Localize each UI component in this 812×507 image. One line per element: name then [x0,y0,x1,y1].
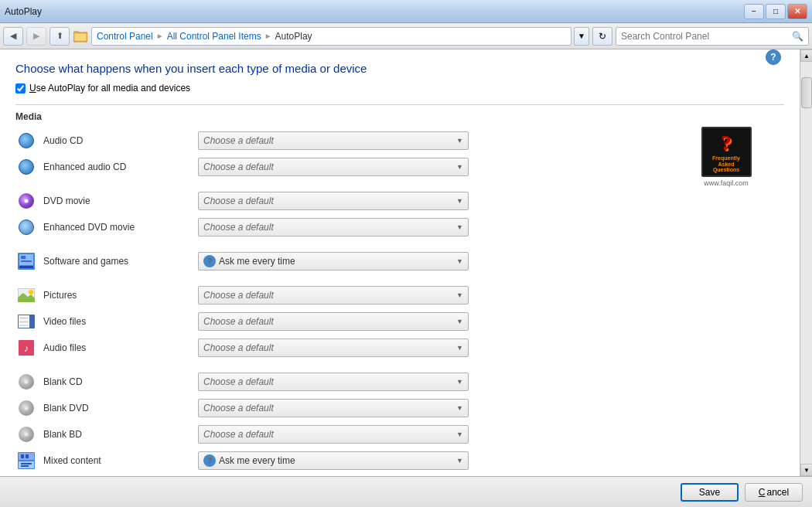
mixed-label: Mixed content [43,455,198,466]
svg-rect-22 [21,454,24,458]
audio-files-arrow: ▼ [456,344,463,352]
blank-dvd-value: Choose a default [203,403,274,413]
scroll-up-button[interactable]: ▲ [800,49,812,62]
refresh-button[interactable]: ↻ [592,27,612,46]
breadcrumb-autoplay: AutoPlay [275,31,312,42]
blank-bd-select[interactable]: Choose a default ▼ [198,425,469,444]
page-content: ? Choose what happens when you insert ea… [0,49,800,476]
spacer-1 [15,182,784,190]
software-icon [15,250,37,272]
forward-button[interactable]: ▶ [26,27,46,46]
breadcrumb-bar[interactable]: Control Panel ► All Control Panel Items … [91,27,571,46]
spacer-2 [15,243,784,250]
audio-cd-arrow: ▼ [456,137,463,145]
address-bar: ◀ ▶ ⬆ Control Panel ► All Control Panel … [0,23,812,49]
svg-rect-2 [74,33,87,41]
search-input[interactable] [621,31,789,42]
enhanced-audio-cd-value: Choose a default [203,162,274,172]
breadcrumb-all-items[interactable]: All Control Panel Items [167,31,261,42]
blank-dvd-select[interactable]: Choose a default ▼ [198,399,469,417]
save-button[interactable]: Save [681,483,739,502]
blank-cd-icon [15,371,37,393]
ask-icon-software: ? [203,255,216,267]
audio-cd-label: Audio CD [43,135,198,146]
bottom-bar: Save Cancel [0,476,812,507]
enhanced-dvd-label: Enhanced DVD movie [43,222,198,233]
search-icon: 🔍 [792,31,803,42]
pictures-icon [15,284,37,306]
blank-cd-value: Choose a default [203,376,274,387]
faq-lines: Frequently Asked Questions [712,155,740,173]
help-button[interactable]: ? [766,49,781,65]
close-button[interactable]: ✕ [787,4,807,19]
content-wrapper: ? Choose what happens when you insert ea… [0,49,812,476]
cancel-button[interactable]: Cancel [745,483,803,502]
video-arrow: ▼ [456,318,463,325]
blank-cd-select[interactable]: Choose a default ▼ [198,373,469,391]
restore-button[interactable]: □ [766,4,786,19]
search-box[interactable]: 🔍 [616,27,809,46]
audio-files-select[interactable]: Choose a default ▼ [198,339,469,357]
enhanced-dvd-value: Choose a default [203,222,274,233]
enhanced-dvd-icon [15,216,37,238]
audio-cd-value: Choose a default [203,135,274,146]
enhanced-dvd-arrow: ▼ [456,223,463,231]
scroll-track-area[interactable] [800,109,812,464]
faq-line-1: Frequently [712,155,740,162]
scrollbar[interactable]: ▲ ▼ [800,49,812,476]
faq-box[interactable]: ? Frequently Asked Questions www.faqil.c… [684,127,769,187]
media-row-blank-cd: Blank CD Choose a default ▼ [15,371,784,393]
software-value: ?Ask me every time [203,255,295,267]
breadcrumb-sep-2: ► [264,32,272,40]
pictures-arrow: ▼ [456,291,463,299]
faq-image: ? Frequently Asked Questions [701,127,752,177]
autoplay-checkbox[interactable] [15,83,26,94]
media-row-blank-dvd: Blank DVD Choose a default ▼ [15,397,784,419]
media-row-pictures: Pictures Choose a default ▼ [15,284,784,306]
scroll-thumb[interactable] [801,77,812,108]
enhanced-audio-cd-label: Enhanced audio CD [43,162,198,172]
dvd-movie-label: DVD movie [43,196,198,206]
autoplay-label[interactable]: Use AutoPlay for all media and devices [29,83,190,94]
mixed-select[interactable]: ?Ask me every time ▼ [198,451,469,470]
software-label: Software and games [43,256,198,267]
blank-dvd-arrow: ▼ [456,404,463,412]
blank-dvd-label: Blank DVD [43,403,198,413]
svg-text:♪: ♪ [24,342,29,354]
audio-files-icon: ♪ [15,337,37,359]
enhanced-dvd-select[interactable]: Choose a default ▼ [198,218,469,236]
minimize-button[interactable]: − [744,4,764,19]
autoplay-label-text: se AutoPlay for all media and devices [36,83,190,94]
svg-rect-7 [19,266,33,268]
breadcrumb-control-panel[interactable]: Control Panel [97,31,153,42]
svg-rect-6 [21,260,32,262]
audio-cd-select[interactable]: Choose a default ▼ [198,131,469,150]
audio-files-label: Audio files [43,342,198,353]
mixed-arrow: ▼ [456,457,463,464]
pictures-value: Choose a default [203,290,274,301]
audio-files-value: Choose a default [203,342,274,353]
page-title: Choose what happens when you insert each… [15,62,784,75]
media-row-dvd-movie: DVD movie Choose a default ▼ [15,190,784,212]
scroll-down-button[interactable]: ▼ [800,464,812,476]
dvd-movie-value: Choose a default [203,196,274,206]
enhanced-audio-cd-select[interactable]: Choose a default ▼ [198,158,469,176]
cancel-label-rest: ancel [766,487,789,498]
ask-icon-mixed: ? [203,454,216,467]
up-button[interactable]: ⬆ [49,27,70,46]
software-select[interactable]: ?Ask me every time ▼ [198,252,469,271]
pictures-select[interactable]: Choose a default ▼ [198,286,469,305]
pictures-label: Pictures [43,290,198,301]
video-select[interactable]: Choose a default ▼ [198,312,469,331]
section-media-title: Media [15,111,784,122]
blank-dvd-icon [15,397,37,419]
dvd-movie-select[interactable]: Choose a default ▼ [198,192,469,210]
faq-site: www.faqil.com [704,179,749,187]
main-content: ? Choose what happens when you insert ea… [0,49,800,476]
video-value: Choose a default [203,316,274,327]
blank-bd-label: Blank BD [43,429,198,440]
breadcrumb-dropdown[interactable]: ▼ [574,27,589,46]
media-divider [15,104,784,105]
back-button[interactable]: ◀ [3,27,23,46]
blank-cd-arrow: ▼ [456,378,463,386]
